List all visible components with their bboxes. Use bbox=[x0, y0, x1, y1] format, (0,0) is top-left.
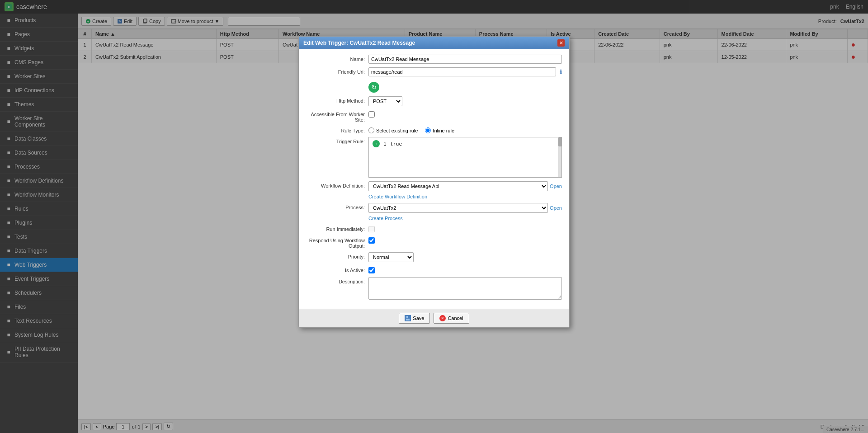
svg-rect-11 bbox=[406, 316, 408, 318]
inline-rule-option[interactable]: Inline rule bbox=[425, 127, 454, 133]
modal-close-button[interactable]: ✕ bbox=[557, 39, 565, 47]
priority-label: Priority: bbox=[306, 252, 365, 259]
select-existing-radio[interactable] bbox=[368, 127, 374, 133]
priority-control: Low Normal High bbox=[368, 252, 562, 262]
workflow-def-label: Workflow Definition: bbox=[306, 181, 365, 188]
friendly-uri-row: Friendly Uri: ℹ ↻ bbox=[306, 67, 562, 93]
name-label: Name: bbox=[306, 55, 365, 62]
modal-body: Name: Friendly Uri: ℹ ↻ bbox=[299, 49, 569, 309]
modal-overlay: Edit Web Trigger: CwUatTx2 Read Message … bbox=[0, 0, 868, 433]
respond-using-checkbox[interactable] bbox=[368, 237, 375, 244]
trigger-rule-editor[interactable]: + 1 true bbox=[368, 137, 562, 178]
modal-footer: Save ✕ Cancel bbox=[299, 309, 569, 327]
process-select[interactable]: CwUatTx2 bbox=[368, 203, 548, 213]
accessible-checkbox[interactable] bbox=[368, 111, 375, 118]
scrollbar-thumb bbox=[558, 137, 562, 146]
info-icon: ℹ bbox=[560, 69, 562, 75]
friendly-uri-label: Friendly Uri: bbox=[306, 67, 365, 75]
http-method-row: Http Method: GET POST PUT DELETE PATCH bbox=[306, 96, 562, 106]
cancel-label: Cancel bbox=[448, 315, 463, 321]
process-control: CwUatTx2 Open Create Process bbox=[368, 203, 562, 221]
accessible-label: Accessible From Worker Site: bbox=[306, 110, 365, 122]
uri-refresh-button[interactable]: ↻ bbox=[368, 82, 379, 93]
process-label: Process: bbox=[306, 203, 365, 210]
trigger-rule-line-num: 1 bbox=[383, 141, 387, 147]
inline-rule-radio[interactable] bbox=[425, 127, 431, 133]
select-existing-rule-option[interactable]: Select existing rule bbox=[368, 127, 418, 133]
is-active-control bbox=[368, 266, 562, 273]
respond-using-row: Respond Using Workflow Output: bbox=[306, 236, 562, 249]
cancel-icon: ✕ bbox=[439, 315, 446, 321]
rule-type-control: Select existing rule Inline rule bbox=[368, 126, 562, 133]
respond-using-label: Respond Using Workflow Output: bbox=[306, 236, 365, 249]
name-input[interactable] bbox=[368, 55, 562, 64]
workflow-def-select[interactable]: CwUatTx2 Read Message Api bbox=[368, 181, 548, 191]
trigger-rule-row: Trigger Rule: + 1 true bbox=[306, 137, 562, 178]
priority-row: Priority: Low Normal High bbox=[306, 252, 562, 262]
rule-type-row: Rule Type: Select existing rule Inline r… bbox=[306, 126, 562, 133]
trigger-rule-value: true bbox=[390, 141, 402, 147]
name-control bbox=[368, 55, 562, 64]
accessible-row: Accessible From Worker Site: bbox=[306, 110, 562, 122]
inline-rule-label: Inline rule bbox=[433, 128, 454, 133]
create-process-link[interactable]: Create Process bbox=[368, 216, 403, 221]
save-icon bbox=[405, 315, 411, 321]
description-control bbox=[368, 277, 562, 300]
workflow-def-select-row: CwUatTx2 Read Message Api Open bbox=[368, 181, 562, 191]
process-select-row: CwUatTx2 Open bbox=[368, 203, 562, 213]
http-method-label: Http Method: bbox=[306, 96, 365, 104]
http-method-control: GET POST PUT DELETE PATCH bbox=[368, 96, 562, 106]
cancel-button[interactable]: ✕ Cancel bbox=[434, 313, 469, 324]
is-active-label: Is Active: bbox=[306, 266, 365, 273]
trigger-rule-line: + 1 true bbox=[371, 139, 560, 148]
name-row: Name: bbox=[306, 55, 562, 64]
scrollbar bbox=[558, 137, 561, 177]
select-existing-label: Select existing rule bbox=[376, 128, 418, 133]
modal-title: Edit Web Trigger: CwUatTx2 Read Message bbox=[303, 40, 415, 46]
trigger-rule-control: + 1 true bbox=[368, 137, 562, 178]
rule-type-label: Rule Type: bbox=[306, 126, 365, 133]
description-label: Description: bbox=[306, 277, 365, 284]
modal-header: Edit Web Trigger: CwUatTx2 Read Message … bbox=[299, 37, 569, 49]
workflow-def-open-link[interactable]: Open bbox=[550, 184, 562, 189]
run-immediately-label: Run Immediately: bbox=[306, 225, 365, 232]
rule-type-radio-group: Select existing rule Inline rule bbox=[368, 126, 454, 133]
save-button[interactable]: Save bbox=[399, 313, 430, 324]
http-method-select[interactable]: GET POST PUT DELETE PATCH bbox=[368, 96, 402, 106]
run-immediately-checkbox[interactable] bbox=[368, 226, 375, 232]
save-label: Save bbox=[413, 315, 424, 321]
accessible-control bbox=[368, 110, 562, 118]
trigger-rule-label: Trigger Rule: bbox=[306, 137, 365, 144]
process-row: Process: CwUatTx2 Open Create Process bbox=[306, 203, 562, 221]
trigger-rule-add-icon[interactable]: + bbox=[373, 140, 380, 147]
description-textarea[interactable] bbox=[368, 277, 562, 300]
is-active-row: Is Active: bbox=[306, 266, 562, 273]
priority-select[interactable]: Low Normal High bbox=[368, 252, 414, 262]
run-immediately-control bbox=[368, 225, 562, 232]
friendly-uri-control: ℹ ↻ bbox=[368, 67, 562, 93]
workflow-def-row: Workflow Definition: CwUatTx2 Read Messa… bbox=[306, 181, 562, 199]
workflow-def-control: CwUatTx2 Read Message Api Open Create Wo… bbox=[368, 181, 562, 199]
is-active-checkbox[interactable] bbox=[368, 267, 375, 273]
edit-web-trigger-modal: Edit Web Trigger: CwUatTx2 Read Message … bbox=[298, 36, 570, 328]
svg-rect-12 bbox=[406, 319, 410, 320]
create-workflow-link[interactable]: Create Workflow Definition bbox=[368, 194, 427, 199]
friendly-uri-input[interactable] bbox=[368, 67, 556, 76]
process-open-link[interactable]: Open bbox=[550, 205, 562, 211]
run-immediately-row: Run Immediately: bbox=[306, 225, 562, 232]
description-row: Description: bbox=[306, 277, 562, 300]
respond-using-control bbox=[368, 236, 562, 244]
